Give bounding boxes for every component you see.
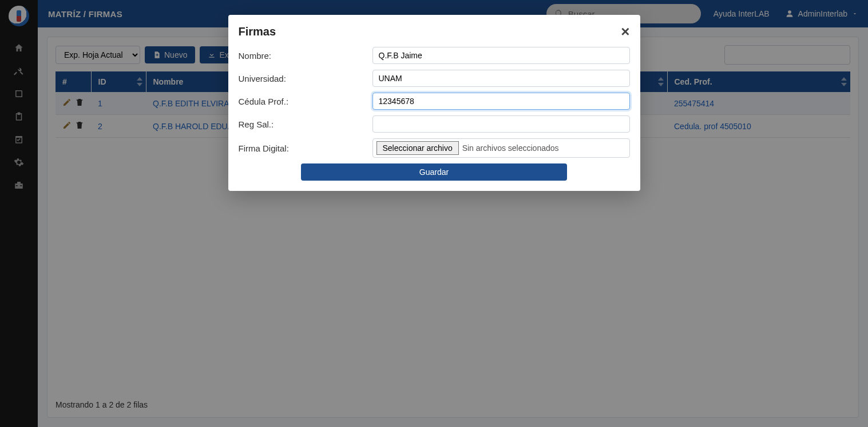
modal-close-button[interactable]: ×: [621, 24, 629, 39]
input-universidad[interactable]: [372, 70, 630, 87]
modal-overlay: Firmas × Nombre: Universidad: Cédula Pro…: [0, 0, 868, 427]
save-button-label: Guardar: [419, 167, 449, 177]
save-button[interactable]: Guardar: [301, 163, 567, 181]
label-nombre: Nombre:: [239, 51, 372, 61]
file-input-wrapper: Seleccionar archivo Sin archivos selecci…: [372, 138, 630, 158]
file-select-button[interactable]: Seleccionar archivo: [376, 141, 459, 155]
input-regsal[interactable]: [372, 115, 630, 133]
input-nombre[interactable]: [372, 47, 630, 64]
file-status-text: Sin archivos seleccionados: [462, 143, 559, 153]
label-universidad: Universidad:: [239, 74, 372, 83]
firmas-modal: Firmas × Nombre: Universidad: Cédula Pro…: [228, 15, 640, 191]
label-regsal: Reg Sal.:: [239, 119, 372, 129]
input-cedula[interactable]: [372, 93, 630, 110]
label-firma: Firma Digital:: [239, 143, 372, 153]
modal-title: Firmas: [239, 25, 276, 38]
label-cedula: Cédula Prof.:: [239, 97, 372, 106]
